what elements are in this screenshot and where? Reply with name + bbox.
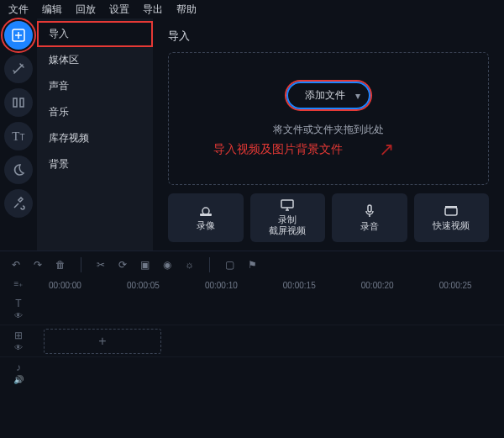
menu-edit[interactable]: 编辑 [37,1,67,18]
menu-bar: 文件 编辑 回放 设置 导出 帮助 [0,0,504,18]
tool-sidebar: TT [0,18,37,251]
tool-text[interactable]: TT [4,122,33,150]
track-text[interactable]: T 👁 [0,293,504,325]
layers-icon[interactable]: ≡₊ [14,279,24,288]
record-camera-label: 录像 [197,220,215,231]
record-audio-label: 录音 [360,221,379,232]
magic-wand-icon [12,62,25,76]
subpanel-item-background[interactable]: 背景 [37,151,153,177]
subpanel-item-import[interactable]: 导入 [37,21,153,47]
crop-icon[interactable]: ▣ [140,259,150,271]
microphone-icon [365,204,375,218]
panel-title: 导入 [168,29,489,44]
menu-settings[interactable]: 设置 [104,1,134,18]
ruler-left-controls: ≡₊ [0,277,37,288]
record-camera-button[interactable]: 录像 [168,193,244,242]
menu-file[interactable]: 文件 [3,1,34,18]
text-icon: TT [12,129,24,144]
tool-magic[interactable] [4,55,33,83]
monitor-icon [280,199,295,211]
timeline-toolbar: ↶ ↷ 🗑 ✂ ⟳ ▣ ◉ ☼ ▢ ⚑ [0,251,504,277]
track-head-audio: ♪ 🔊 [0,361,37,384]
svg-rect-2 [20,98,24,107]
tool-import[interactable] [4,21,33,50]
separator [81,257,81,272]
annotation-text: 导入视频及图片背景文件 [213,142,343,157]
tool-timer[interactable] [4,156,33,184]
subpanel-item-sound[interactable]: 声音 [37,73,153,99]
add-file-button[interactable]: 添加文件 ▾ [286,82,370,109]
chevron-down-icon[interactable]: ▾ [355,90,360,102]
menu-playback[interactable]: 回放 [71,1,101,18]
tool-settings[interactable] [4,189,33,218]
record-screen-label: 录制 截屏视频 [269,214,306,235]
svg-rect-6 [368,205,371,212]
text-track-icon: T [15,298,21,309]
record-audio-button[interactable]: 录音 [332,193,407,242]
menu-export[interactable]: 导出 [138,1,168,18]
marker-icon[interactable]: ⚑ [248,259,257,271]
track-body[interactable] [37,293,504,325]
eye-icon[interactable]: 👁 [14,343,23,352]
import-subpanel: 导入 媒体区 声音 音乐 库存视频 背景 [37,18,153,251]
svg-rect-4 [200,214,212,216]
subpanel-item-stock[interactable]: 库存视频 [37,125,153,151]
ruler-tick: 00:00:05 [127,281,160,290]
svg-point-3 [202,208,209,214]
capture-actions: 录像 录制 截屏视频 录音 快速视频 [168,193,489,242]
separator [209,257,210,272]
track-body[interactable] [37,357,504,388]
menu-help[interactable]: 帮助 [171,1,202,18]
moon-icon [12,163,25,177]
adjust-icon[interactable]: ☼ [185,259,194,271]
quick-video-label: 快速视频 [433,220,470,231]
svg-rect-8 [445,206,457,208]
track-body[interactable]: + [37,325,504,356]
eye-icon[interactable]: 👁 [14,311,23,320]
track-head-video: ⊞ 👁 [0,330,37,352]
drop-hint: 将文件或文件夹拖到此处 [273,123,384,137]
track-audio[interactable]: ♪ 🔊 [0,356,504,388]
add-file-label: 添加文件 [305,88,345,103]
undo-icon[interactable]: ↶ [12,259,20,271]
video-track-icon: ⊞ [14,330,23,341]
record-screen-button[interactable]: 录制 截屏视频 [250,193,326,242]
quick-video-button[interactable]: 快速视频 [414,193,490,242]
ruler-tick: 00:00:15 [283,281,316,290]
camera-icon [198,205,213,217]
quick-video-icon [444,205,459,217]
track-head-text: T 👁 [0,298,37,320]
tool-split[interactable] [4,88,33,117]
timeline: T 👁 ⊞ 👁 + ♪ 🔊 [0,293,504,388]
ruler-tick: 00:00:20 [361,281,394,290]
add-clip-slot[interactable]: + [44,329,161,354]
subpanel-item-media[interactable]: 媒体区 [37,47,153,73]
ruler-tick: 00:00:10 [205,281,238,290]
annotation-arrow-icon: ↗ [379,139,394,161]
tools-icon [12,197,25,210]
svg-rect-5 [281,200,293,208]
drop-zone[interactable]: 添加文件 ▾ ↗ 将文件或文件夹拖到此处 导入视频及图片背景文件 [168,52,489,185]
main-panel: 导入 添加文件 ▾ ↗ 将文件或文件夹拖到此处 导入视频及图片背景文件 录像 录… [153,18,504,251]
record-dot-icon[interactable]: ◉ [163,259,171,271]
svg-rect-7 [445,208,457,215]
audio-track-icon: ♪ [16,361,21,373]
svg-rect-1 [13,98,17,107]
subpanel-item-music[interactable]: 音乐 [37,99,153,125]
cut-icon[interactable]: ✂ [97,259,105,271]
speaker-icon[interactable]: 🔊 [13,375,24,384]
rotate-icon[interactable]: ⟳ [118,259,127,271]
redo-icon[interactable]: ↷ [34,259,42,271]
import-plus-icon [12,29,25,42]
ruler-tick: 00:00:00 [49,281,81,290]
delete-icon[interactable]: 🗑 [55,259,66,271]
clip-icon[interactable]: ▢ [225,259,234,271]
split-icon [12,96,25,109]
track-video[interactable]: ⊞ 👁 + [0,325,504,356]
timeline-ruler[interactable]: ≡₊ 00:00:00 00:00:05 00:00:10 00:00:15 0… [0,277,504,293]
ruler-tick: 00:00:25 [439,281,472,290]
